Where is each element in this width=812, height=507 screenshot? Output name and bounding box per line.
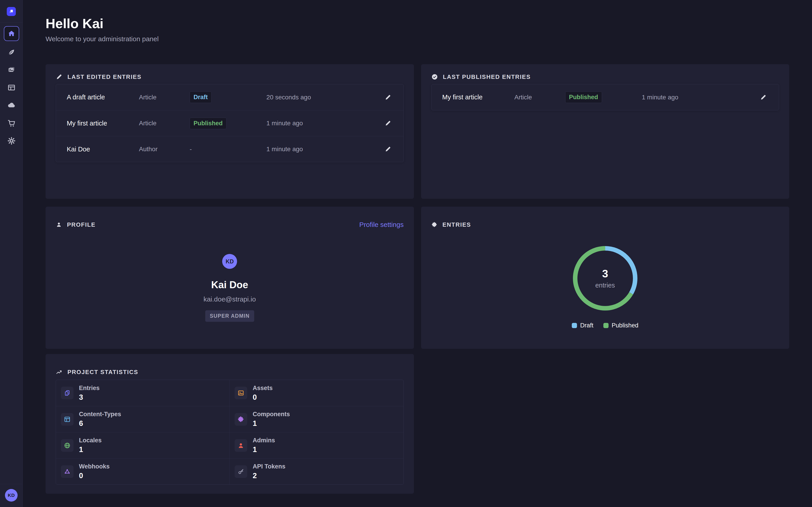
sidebar: KD (0, 0, 23, 507)
api-tokens-icon (237, 468, 245, 475)
stat-value: 2 (253, 471, 285, 480)
stat-label: Components (253, 411, 290, 418)
stat-admins: Admins 1 (230, 432, 403, 458)
stat-locales: Locales 1 (56, 432, 230, 458)
pencil-icon (385, 120, 391, 127)
project-statistics-panel: PROJECT STATISTICS Entries 3 (46, 354, 414, 494)
entry-name: A draft article (67, 94, 139, 101)
feather-icon (7, 48, 15, 56)
entry-type: Article (514, 94, 565, 101)
panel-title: ENTRIES (443, 221, 471, 228)
stat-value: 1 (79, 445, 102, 454)
donut-total: 3 (602, 268, 608, 280)
user-avatar[interactable]: KD (5, 489, 17, 502)
stat-value: 1 (253, 419, 290, 428)
legend-label: Draft (580, 322, 594, 329)
entry-type: Author (139, 146, 190, 153)
stat-label: Webhooks (79, 463, 110, 470)
sidebar-item-content-manager[interactable] (0, 46, 23, 58)
last-published-table: My first article Article Published 1 min… (431, 84, 779, 110)
legend-item-published: Published (603, 322, 639, 329)
edit-entry-button[interactable] (383, 145, 393, 154)
sidebar-item-media-library[interactable] (0, 64, 23, 76)
table-row: My first article Article Published 1 min… (56, 110, 404, 136)
entry-time: 1 minute ago (642, 94, 739, 101)
stat-value: 0 (79, 471, 110, 480)
stat-components: Components 1 (230, 406, 403, 432)
last-edited-table: A draft article Article Draft 20 seconds… (56, 84, 404, 162)
strapi-logo (7, 7, 16, 16)
entry-name: My first article (442, 94, 514, 101)
status-badge: Draft (190, 92, 212, 103)
entry-time: 20 seconds ago (266, 94, 363, 101)
stat-assets: Assets 0 (230, 380, 403, 406)
check-circle-icon (431, 73, 438, 80)
person-icon (56, 222, 62, 228)
chart-legend: Draft Published (431, 322, 779, 329)
profile-settings-link[interactable]: Profile settings (359, 221, 404, 228)
stat-label: API Tokens (253, 463, 285, 470)
entry-name: Kai Doe (67, 146, 139, 153)
page-title: Hello Kai (46, 16, 789, 31)
stat-webhooks: Webhooks 0 (56, 458, 230, 485)
entry-time: 1 minute ago (266, 146, 363, 153)
trending-up-icon (56, 369, 62, 376)
main-content: Hello Kai Welcome to your administration… (23, 0, 812, 507)
stat-label: Content-Types (79, 411, 121, 418)
stat-label: Entries (79, 385, 100, 392)
panel-title: LAST PUBLISHED ENTRIES (443, 73, 531, 80)
stat-value: 6 (79, 419, 121, 428)
table-row: Kai Doe Author - 1 minute ago (56, 136, 404, 162)
panel-title: LAST EDITED ENTRIES (67, 73, 141, 80)
profile-email: kai.doe@strapi.io (203, 295, 256, 303)
entry-name: My first article (67, 120, 139, 127)
panel-title: PROJECT STATISTICS (67, 369, 138, 376)
stat-value: 3 (79, 393, 100, 402)
last-edited-entries-panel: LAST EDITED ENTRIES A draft article Arti… (46, 64, 414, 199)
components-icon (237, 416, 245, 423)
status-badge: Published (565, 92, 602, 103)
sidebar-item-content-type-builder[interactable] (0, 81, 23, 94)
last-published-entries-panel: LAST PUBLISHED ENTRIES My first article … (421, 64, 790, 199)
pencil-icon (385, 146, 391, 153)
images-icon (7, 66, 16, 74)
stats-table: Entries 3 Assets 0 (56, 380, 404, 485)
legend-swatch-draft (572, 323, 577, 328)
profile-name: Kai Doe (211, 279, 248, 290)
gear-icon (7, 136, 16, 145)
assets-icon (237, 389, 245, 397)
sidebar-divider (0, 484, 22, 484)
content-types-icon (64, 416, 71, 423)
role-badge: SUPER ADMIN (205, 310, 254, 322)
puzzle-icon (431, 222, 438, 228)
edit-entry-button[interactable] (383, 93, 393, 102)
legend-swatch-published (603, 323, 609, 328)
edit-entry-button[interactable] (759, 93, 768, 102)
pencil-icon (56, 73, 62, 80)
webhooks-icon (64, 468, 71, 475)
sidebar-item-settings[interactable] (0, 134, 23, 147)
sidebar-item-home[interactable] (4, 26, 19, 41)
sidebar-item-cloud[interactable] (0, 99, 23, 112)
profile-panel: PROFILE Profile settings KD Kai Doe kai.… (46, 207, 414, 349)
stat-label: Admins (253, 437, 275, 444)
home-icon (7, 30, 15, 38)
entries-donut-chart: 3 entries (571, 244, 639, 312)
table-row: My first article Article Published 1 min… (432, 84, 779, 110)
stat-api-tokens: API Tokens 2 (230, 458, 403, 485)
stat-label: Locales (79, 437, 102, 444)
sidebar-divider (0, 22, 22, 23)
edit-entry-button[interactable] (383, 118, 393, 128)
cloud-icon (7, 101, 16, 110)
stat-content-types: Content-Types 6 (56, 406, 230, 432)
legend-label: Published (612, 322, 639, 329)
stat-value: 1 (253, 445, 275, 454)
sidebar-item-marketplace[interactable] (0, 117, 23, 129)
entry-type: Article (139, 94, 190, 101)
entry-time: 1 minute ago (266, 120, 363, 127)
page-subtitle: Welcome to your administration panel (46, 35, 789, 43)
stat-label: Assets (253, 385, 273, 392)
entries-panel: ENTRIES 3 entries Draft (421, 207, 790, 349)
panel-title: PROFILE (67, 221, 96, 228)
dashboard-grid: LAST EDITED ENTRIES A draft article Arti… (46, 64, 789, 494)
